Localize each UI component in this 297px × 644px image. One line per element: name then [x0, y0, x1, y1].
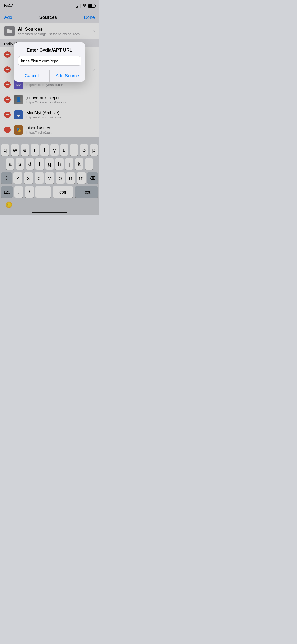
dialog-input-wrap: [14, 56, 85, 70]
dialog-title: Enter Cydia/APT URL: [14, 42, 85, 56]
cancel-button[interactable]: Cancel: [14, 70, 50, 82]
dialog-buttons: Cancel Add Source: [14, 70, 85, 82]
dialog: Enter Cydia/APT URL Cancel Add Source: [14, 42, 85, 82]
dialog-overlay: Enter Cydia/APT URL Cancel Add Source: [0, 0, 99, 215]
url-input[interactable]: [18, 56, 81, 66]
add-source-button[interactable]: Add Source: [50, 70, 85, 82]
